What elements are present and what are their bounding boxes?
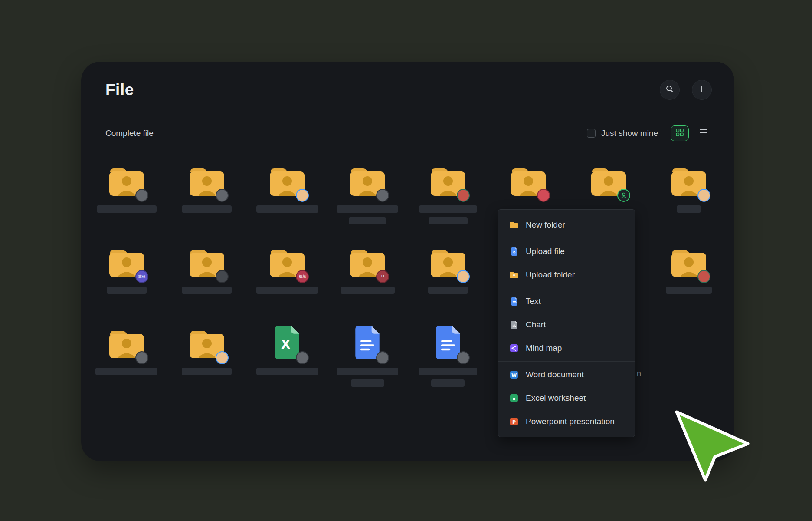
file-item[interactable]: 视频: [247, 237, 327, 318]
file-icon-wrap: 视频: [265, 241, 310, 281]
menu-item-label: Upload folder: [526, 270, 575, 280]
filter-bar: Complete file Just show mine: [81, 114, 734, 141]
svg-text:P: P: [512, 419, 516, 425]
filename-placeholder: [337, 368, 398, 375]
filename-placeholder-group: [95, 368, 157, 375]
new-folder-icon: [509, 221, 519, 229]
file-icon-wrap: [426, 159, 471, 200]
chart-doc-icon: [509, 320, 519, 330]
file-icon-wrap: [184, 241, 229, 281]
file-item[interactable]: [247, 156, 327, 237]
page-title: File: [105, 81, 134, 99]
svg-text:x: x: [512, 396, 515, 402]
filename-placeholder: [107, 287, 147, 294]
menu-item-label: Excel worksheet: [526, 393, 586, 403]
file-icon-wrap: [345, 322, 390, 363]
filename-placeholder-group: [182, 205, 232, 213]
file-item[interactable]: [167, 237, 247, 318]
menu-item-label: Mind map: [526, 343, 562, 353]
section-label: Complete file: [105, 129, 154, 138]
filter-controls: Just show mine: [587, 125, 713, 141]
file-item[interactable]: 志程: [86, 237, 167, 318]
file-icon-wrap: [666, 159, 711, 200]
menu-item-chart[interactable]: Chart: [498, 313, 635, 336]
owner-avatar: [457, 189, 470, 202]
filename-placeholder-group: [182, 368, 232, 375]
filename-placeholder-group: [97, 205, 157, 213]
menu-item-text[interactable]: Text: [498, 290, 635, 313]
filename-placeholder: [337, 205, 398, 213]
file-icon-wrap: 志程: [104, 241, 149, 281]
filename-placeholder: [351, 379, 384, 387]
file-item[interactable]: [649, 237, 729, 318]
owner-avatar: [135, 189, 148, 202]
file-item[interactable]: [408, 318, 488, 399]
new-item-context-menu: New folder Upload file Upload folder Tex…: [498, 209, 635, 437]
window-header: File: [81, 62, 734, 114]
menu-item-upload-file[interactable]: Upload file: [498, 240, 635, 263]
menu-item-upload-folder[interactable]: Upload folder: [498, 263, 635, 287]
list-view-button[interactable]: [694, 125, 713, 141]
filename-placeholder-group: [256, 287, 318, 294]
filename-placeholder-group: [256, 368, 318, 375]
search-button[interactable]: [660, 80, 680, 100]
grid-view-icon: [675, 128, 684, 138]
owner-avatar: [376, 351, 389, 364]
file-item[interactable]: [327, 156, 408, 237]
owner-avatar: [216, 270, 229, 283]
grid-view-button[interactable]: [671, 125, 689, 141]
owner-avatar: [135, 351, 148, 364]
menu-item-powerpoint-presentation[interactable]: PPowerpoint presentation: [498, 410, 635, 433]
file-grid: 志程 视频 LI: [81, 156, 734, 399]
menu-item-new-folder[interactable]: New folder: [498, 213, 635, 237]
filename-placeholder: [419, 368, 477, 375]
filename-placeholder: [256, 287, 318, 294]
filename-placeholder-group: [419, 368, 477, 387]
upload-file-icon: [509, 247, 519, 256]
menu-divider: [498, 288, 635, 288]
file-icon-wrap: [426, 241, 471, 281]
just-show-mine-checkbox[interactable]: [587, 129, 596, 138]
menu-item-label: Chart: [526, 320, 546, 330]
file-item[interactable]: [408, 156, 488, 237]
filename-placeholder: [256, 205, 318, 213]
menu-item-excel-worksheet[interactable]: xExcel worksheet: [498, 386, 635, 410]
file-icon-wrap: [666, 241, 711, 281]
file-icon-wrap: [345, 159, 390, 200]
add-button[interactable]: [692, 80, 712, 100]
menu-item-word-document[interactable]: WWord document: [498, 363, 635, 386]
file-item[interactable]: [167, 156, 247, 237]
file-icon-wrap: [104, 322, 149, 363]
owner-avatar: [216, 189, 229, 202]
file-item[interactable]: [649, 156, 729, 237]
file-icon-wrap: [265, 159, 310, 200]
filename-placeholder: [666, 287, 712, 294]
file-icon-wrap: [506, 159, 551, 200]
file-icon-wrap: [586, 159, 631, 200]
filename-placeholder-group: [256, 205, 318, 213]
filename-placeholder: [182, 368, 232, 375]
menu-divider: [498, 238, 635, 238]
file-item[interactable]: [86, 156, 167, 237]
file-item[interactable]: [167, 318, 247, 399]
file-item[interactable]: [86, 318, 167, 399]
filename-placeholder: [429, 217, 468, 224]
filename-placeholder-group: [428, 287, 468, 294]
filename-placeholder: [97, 205, 157, 213]
menu-item-label: Powerpoint presentation: [526, 417, 615, 426]
list-view-icon: [699, 129, 708, 138]
file-item[interactable]: X: [247, 318, 327, 399]
file-icon-wrap: [104, 159, 149, 200]
menu-item-label: Upload file: [526, 247, 565, 256]
file-manager-window: File Co: [81, 62, 734, 461]
menu-item-mind-map[interactable]: Mind map: [498, 336, 635, 360]
file-item[interactable]: [327, 318, 408, 399]
owner-avatar: [457, 351, 470, 364]
filename-placeholder: [182, 205, 232, 213]
hidden-file-label-fragment: n: [637, 369, 641, 378]
file-icon-wrap: X: [265, 322, 310, 363]
filename-placeholder: [428, 287, 468, 294]
file-item[interactable]: LI: [327, 237, 408, 318]
shared-person-avatar: [617, 189, 630, 202]
file-item[interactable]: [408, 237, 488, 318]
